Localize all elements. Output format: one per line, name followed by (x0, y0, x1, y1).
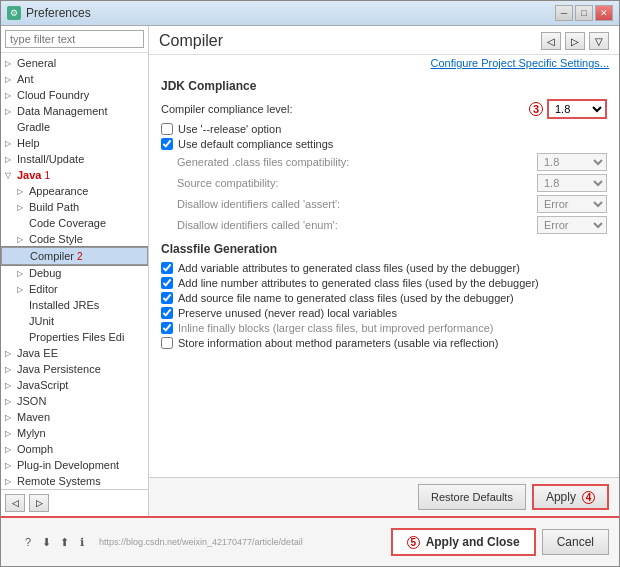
sidebar-item-label: Code Coverage (29, 217, 106, 229)
sidebar-item-oomph[interactable]: ▷ Oomph (1, 441, 148, 457)
sidebar-item-editor[interactable]: ▷ Editor (1, 281, 148, 297)
generated-compat-select[interactable]: 1.8 (537, 153, 607, 171)
assert-label: Disallow identifiers called 'assert': (177, 198, 340, 210)
variable-attrs-row: Add variable attributes to generated cla… (161, 262, 607, 274)
assert-select[interactable]: Error (537, 195, 607, 213)
sidebar-item-label: Compiler (30, 250, 74, 262)
sidebar-item-label: Java Persistence (17, 363, 101, 375)
sidebar-item-data-management[interactable]: ▷ Data Management (1, 103, 148, 119)
source-file-label: Add source file name to generated class … (178, 292, 514, 304)
source-compat-label: Source compatibility: (177, 177, 279, 189)
sidebar-item-label: Oomph (17, 443, 53, 455)
sidebar-item-compiler[interactable]: Compiler 2 (1, 247, 148, 265)
sidebar-item-label: Java (17, 169, 41, 181)
sidebar-item-java-ee[interactable]: ▷ Java EE (1, 345, 148, 361)
next-page-button[interactable]: ▷ (565, 32, 585, 50)
arrow-icon: ▽ (5, 171, 15, 180)
arrow-icon: ▷ (5, 365, 15, 374)
generated-compat-label: Generated .class files compatibility: (177, 156, 349, 168)
sidebar-item-javascript[interactable]: ▷ JavaScript (1, 377, 148, 393)
arrow-icon: ▷ (5, 107, 15, 116)
title-bar-left: ⚙ Preferences (7, 6, 91, 20)
sidebar-item-ant[interactable]: ▷ Ant (1, 71, 148, 87)
sidebar-item-label: Remote Systems (17, 475, 101, 487)
arrow-icon: ▷ (5, 59, 15, 68)
arrow-icon: ▷ (17, 187, 27, 196)
maximize-button[interactable]: □ (575, 5, 593, 21)
arrow-icon: ▷ (5, 139, 15, 148)
arrow-icon: ▷ (5, 429, 15, 438)
sidebar-item-install-update[interactable]: ▷ Install/Update (1, 151, 148, 167)
inline-finally-row: Inline finally blocks (larger class file… (161, 322, 607, 334)
variable-attrs-label: Add variable attributes to generated cla… (178, 262, 520, 274)
use-default-row: Use default compliance settings (161, 138, 607, 150)
badge-3: 3 (529, 102, 543, 116)
menu-button[interactable]: ▽ (589, 32, 609, 50)
sidebar-item-code-coverage[interactable]: Code Coverage (1, 215, 148, 231)
source-compat-select[interactable]: 1.8 (537, 174, 607, 192)
configure-link[interactable]: Configure Project Specific Settings... (149, 55, 619, 71)
source-file-row: Add source file name to generated class … (161, 292, 607, 304)
badge-4: 4 (582, 491, 595, 504)
enum-select[interactable]: Error (537, 216, 607, 234)
prev-page-button[interactable]: ◁ (541, 32, 561, 50)
sidebar-item-label: JUnit (29, 315, 54, 327)
minimize-button[interactable]: ─ (555, 5, 573, 21)
apply-button[interactable]: Apply 4 (532, 484, 609, 510)
variable-attrs-checkbox[interactable] (161, 262, 173, 274)
cancel-button[interactable]: Cancel (542, 529, 609, 555)
sidebar-item-junit[interactable]: JUnit (1, 313, 148, 329)
jdk-compliance-title: JDK Compliance (161, 79, 607, 93)
sidebar-item-maven[interactable]: ▷ Maven (1, 409, 148, 425)
sidebar-item-installed-jres[interactable]: Installed JREs (1, 297, 148, 313)
compliance-select[interactable]: 1.8 (547, 99, 607, 119)
apply-and-close-button[interactable]: 5 Apply and Close (391, 528, 536, 556)
sidebar-item-json[interactable]: ▷ JSON (1, 393, 148, 409)
sidebar-item-gradle[interactable]: Gradle (1, 119, 148, 135)
info-icon[interactable]: ℹ (73, 533, 91, 551)
sidebar-item-label: Gradle (17, 121, 50, 133)
restore-defaults-button[interactable]: Restore Defaults (418, 484, 526, 510)
content-body: JDK Compliance Compiler compliance level… (149, 71, 619, 477)
use-release-checkbox[interactable] (161, 123, 173, 135)
preserve-unused-checkbox[interactable] (161, 307, 173, 319)
sidebar-item-debug[interactable]: ▷ Debug (1, 265, 148, 281)
sidebar-item-mylyn[interactable]: ▷ Mylyn (1, 425, 148, 441)
help-icon[interactable]: ? (19, 533, 37, 551)
sidebar-item-label: Debug (29, 267, 61, 279)
sidebar-item-remote-systems[interactable]: ▷ Remote Systems (1, 473, 148, 489)
line-number-label: Add line number attributes to generated … (178, 277, 539, 289)
use-default-checkbox[interactable] (161, 138, 173, 150)
badge-1: 1 (44, 170, 50, 181)
sidebar-item-code-style[interactable]: ▷ Code Style (1, 231, 148, 247)
arrow-icon: ▷ (5, 477, 15, 486)
sidebar-item-cloud-foundry[interactable]: ▷ Cloud Foundry (1, 87, 148, 103)
import-icon[interactable]: ⬆ (55, 533, 73, 551)
export-icon[interactable]: ⬇ (37, 533, 55, 551)
preserve-unused-label: Preserve unused (never read) local varia… (178, 307, 397, 319)
sidebar-item-label: Java EE (17, 347, 58, 359)
sidebar-item-prop-files[interactable]: Properties Files Edi (1, 329, 148, 345)
sidebar-back-button[interactable]: ◁ (5, 494, 25, 512)
sidebar-item-appearance[interactable]: ▷ Appearance (1, 183, 148, 199)
sidebar-item-java[interactable]: ▽ Java 1 (1, 167, 148, 183)
sidebar-item-build-path[interactable]: ▷ Build Path (1, 199, 148, 215)
close-button[interactable]: ✕ (595, 5, 613, 21)
compliance-select-wrapper: 3 1.8 (529, 99, 607, 119)
generated-compat-row: Generated .class files compatibility: 1.… (161, 153, 607, 171)
inline-finally-checkbox[interactable] (161, 322, 173, 334)
arrow-icon: ▷ (17, 203, 27, 212)
footer-left-icons: ? ⬇ ⬆ ℹ https://blog.csdn.net/weixin_421… (11, 524, 385, 560)
store-method-checkbox[interactable] (161, 337, 173, 349)
sidebar-item-plugin-dev[interactable]: ▷ Plug-in Development (1, 457, 148, 473)
sidebar-item-label: Mylyn (17, 427, 46, 439)
sidebar-item-java-persistence[interactable]: ▷ Java Persistence (1, 361, 148, 377)
source-file-checkbox[interactable] (161, 292, 173, 304)
filter-input[interactable] (5, 30, 144, 48)
sidebar-item-general[interactable]: ▷ General (1, 55, 148, 71)
enum-label: Disallow identifiers called 'enum': (177, 219, 338, 231)
line-number-checkbox[interactable] (161, 277, 173, 289)
sidebar-item-help[interactable]: ▷ Help (1, 135, 148, 151)
content-header: Compiler ◁ ▷ ▽ (149, 26, 619, 55)
sidebar-forward-button[interactable]: ▷ (29, 494, 49, 512)
